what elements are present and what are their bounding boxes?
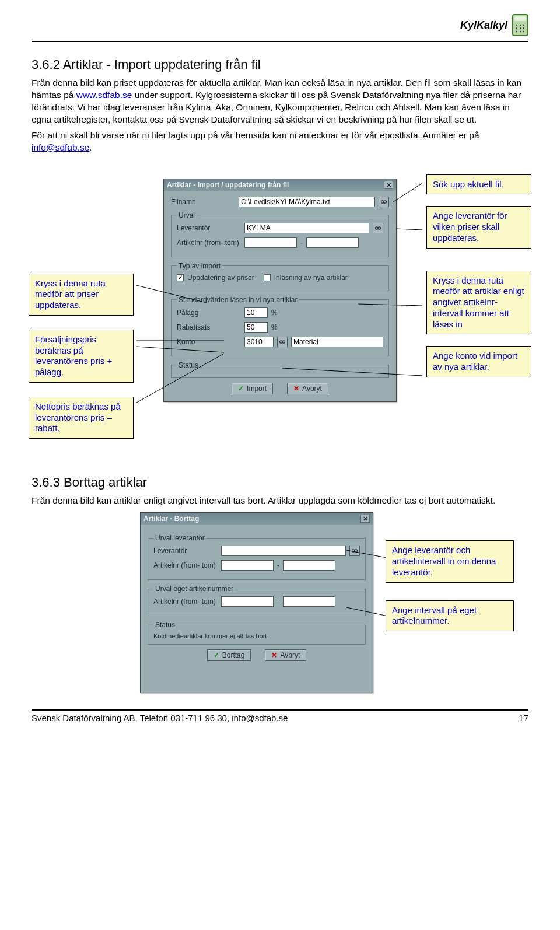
section-title-2: 3.6.3 Borttag artiklar [32,475,528,490]
window-title-text: Artiklar - Import / uppdatering från fil [167,181,289,189]
group-status2: Status Köldmedieartiklar kommer ej att t… [148,621,366,645]
borttag-label: Borttag [222,651,245,659]
p2a: För att ni skall bli varse när ni filer … [32,130,480,140]
close-icon[interactable]: ✕ [384,181,393,189]
svg-point-13 [282,340,285,343]
binocular-icon[interactable] [349,546,360,556]
cancel-icon: ✕ [271,651,277,659]
label-artnr3: Artikelnr (from- tom) [153,597,218,606]
checkbox-uppdatering[interactable] [177,274,184,281]
avbryt-button-2[interactable]: ✕Avbryt [265,649,306,661]
footer-left: Svensk Dataförvaltning AB, Telefon 031-7… [32,713,288,723]
input-lev2[interactable] [221,546,346,556]
input-artnr-from[interactable] [244,237,297,248]
svg-point-11 [378,226,381,229]
callout-right-4: Ange konto vid import av nya artiklar. [426,346,531,377]
paragraph-1: Från denna bild kan priset uppdateras fö… [32,77,528,126]
callout-right-2: Ange leverantör för vilken priser skall … [426,206,531,248]
input-artnr3-tom[interactable] [283,596,335,607]
callout-right-3: Kryss i denna ruta medför att artiklar e… [426,271,531,335]
input-palagg[interactable] [244,307,268,318]
binocular-icon[interactable] [277,337,288,347]
link-email[interactable]: info@sdfab.se [32,142,89,152]
avbryt-button[interactable]: ✕Avbryt [287,383,328,394]
group-typ-import: Typ av import Uppdatering av priser Inlä… [171,262,389,291]
legend-urval: Urval [177,211,197,219]
legend-urval-lev: Urval leverantör [153,534,206,542]
input-filnamn[interactable] [239,197,375,207]
svg-point-10 [376,226,379,229]
close-icon[interactable]: ✕ [360,515,370,523]
legend-status: Status [177,361,200,369]
window-borttag: Artiklar - Borttag ✕ Urval leverantör Le… [140,512,373,693]
status-text: Köldmedieartiklar kommer ej att tas bort [153,632,360,639]
import-label: Import [247,384,267,393]
window-import: Artiklar - Import / uppdatering från fil… [163,179,397,402]
paragraph-3: Från denna bild kan artiklar enligt angi… [32,495,528,507]
binocular-icon[interactable] [373,223,383,233]
input-artnr3-from[interactable] [221,596,274,607]
group-urval: Urval Leverantör Artikelnr (from- tom) - [171,211,389,257]
pct-2: % [271,323,278,331]
callout2-2: Ange intervall på eget artikelnummer. [386,600,514,632]
window-titlebar-2: Artiklar - Borttag ✕ [141,513,373,525]
checkbox-inlasning[interactable] [264,274,271,281]
svg-point-17 [355,550,358,553]
window-titlebar: Artiklar - Import / uppdatering från fil… [164,179,396,191]
input-artnr2-tom[interactable] [283,560,335,571]
svg-line-5 [396,229,422,230]
callout-right-1: Sök upp aktuell fil. [426,174,531,195]
binocular-icon[interactable] [379,197,389,207]
svg-point-8 [382,200,384,203]
link-sdfab[interactable]: www.sdfab.se [76,90,132,100]
group-urval-eget: Urval eget artikelnummer Artikelnr (from… [148,585,366,616]
avbryt-label-2: Avbryt [280,651,300,659]
avbryt-label: Avbryt [302,384,322,393]
input-rabatt[interactable] [244,322,268,333]
label-lev2: Leverantör [153,547,218,555]
pct-1: % [271,309,278,317]
input-artnr2-from[interactable] [221,560,274,571]
label-filnamn: Filnamn [171,198,235,206]
callout2-1: Ange leverantör och artikelintervall in … [386,540,514,582]
callout-left-3: Nettopris beräknas på leverantörens pris… [29,397,134,439]
group-urval-lev: Urval leverantör Leverantör Artikelnr (f… [148,534,366,580]
section-title-1: 3.6.2 Artiklar - Import uppdatering från… [32,57,528,72]
label-palagg: Pålägg [177,309,241,317]
header-divider [32,41,528,42]
svg-point-16 [352,550,355,553]
window-title-text-2: Artiklar - Borttag [144,515,199,523]
label-cb2: Inläsning av nya artiklar [274,274,348,282]
legend-typ: Typ av import [177,262,222,270]
input-leverantor[interactable] [244,223,369,233]
callout-left-1: Kryss i denna ruta medför att priser upp… [29,274,134,316]
import-button[interactable]: ✓Import [232,383,273,394]
input-konto-name[interactable] [291,337,383,347]
svg-line-4 [393,183,422,202]
label-artnr2: Artikelnr (from- tom) [153,561,218,569]
label-konto: Konto [177,338,241,346]
group-standard: Standardvärden läses in vi nya artiklar … [171,296,389,356]
borttag-button[interactable]: ✓Borttag [207,649,251,661]
input-artnr-tom[interactable] [306,237,359,248]
check-icon: ✓ [214,651,219,659]
legend-standard: Standardvärden läses in vi nya artiklar [177,296,299,304]
dash3: - [277,597,279,606]
svg-point-9 [384,200,387,203]
input-konto[interactable] [244,337,274,347]
p2b: . [89,142,92,152]
paragraph-2: För att ni skall bli varse när ni filer … [32,130,528,154]
dash2: - [277,561,279,569]
label-artnr: Artikelnr (from- tom) [177,239,241,247]
label-rabatt: Rabattsats [177,323,241,331]
page-number: 17 [519,713,528,723]
callout-left-2: Försäljningspris beräknas på leverantöre… [29,330,134,383]
cancel-icon: ✕ [293,384,299,393]
label-leverantor: Leverantör [177,224,241,232]
legend-status2: Status [153,621,177,629]
check-icon: ✓ [238,384,244,393]
label-cb1: Uppdatering av priser [187,274,254,282]
svg-point-12 [280,340,283,343]
dash: - [300,239,303,247]
legend-urval-eget: Urval eget artikelnummer [153,585,235,593]
